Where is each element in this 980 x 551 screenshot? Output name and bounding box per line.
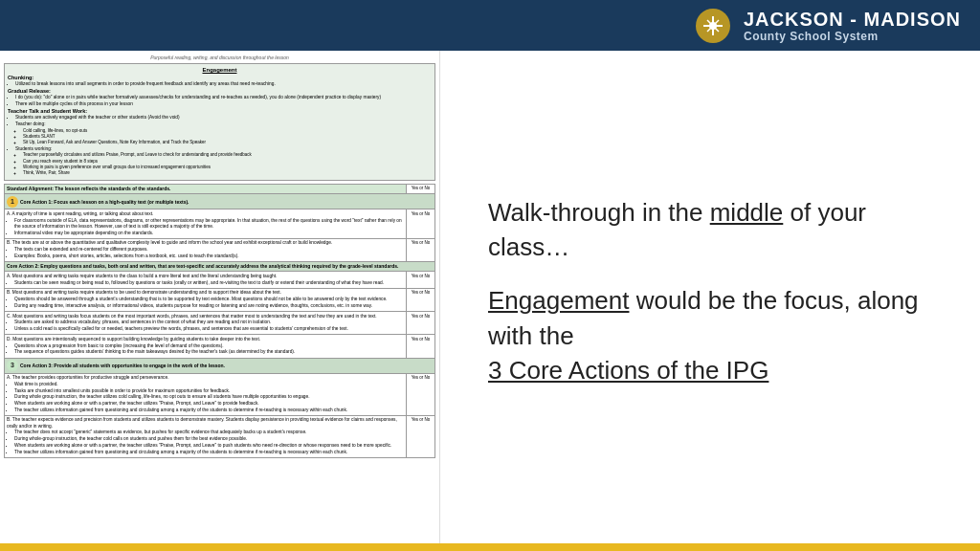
tt-sub-6: Working in pairs is given preference ove… — [23, 165, 432, 170]
engagement-box: Engagement Chunking: Utilized to break l… — [4, 63, 435, 181]
ca3-b-sub2: During whole-group instruction, the teac… — [14, 436, 404, 442]
ca1-b-sub1: The texts can be extended and re-centere… — [14, 247, 404, 253]
right-line1: Walk-through in the middle of your class… — [488, 195, 932, 265]
doc-title: Purposeful reading, writing, and discuss… — [4, 55, 435, 60]
tt-sub-5: Can you reach every student in 8 steps — [23, 159, 432, 165]
left-document-panel[interactable]: Purposeful reading, writing, and discuss… — [0, 51, 440, 551]
ca3-a-sub2: Tasks are chunked into smallest units po… — [14, 388, 404, 394]
tt-sub-4: Teacher purposefully circulates and util… — [23, 152, 432, 158]
std-alignment-label: Standard Alignment: The lesson reflects … — [5, 184, 407, 194]
engagement-underline: Engagement — [488, 286, 629, 315]
ca2-a-sub1: Students can be seen reading or being re… — [14, 280, 404, 286]
teacher-talk-header: Teacher Talk and Student Work: — [8, 108, 432, 114]
ca3-a-sub5: The teacher utilizes information gained … — [14, 408, 404, 413]
gradual-release-list: I do (you do): "do" alone or in pairs wh… — [8, 95, 432, 107]
tt-sub-1: Cold calling, life-lines, no opt-outs — [23, 128, 432, 134]
ca3-b-sub1: The teacher does not accept "generic" st… — [14, 430, 404, 435]
middle-underline: middle — [710, 198, 784, 227]
tt-sub-3: Sit Up, Lean Forward, Ask and Answer Que… — [23, 140, 432, 145]
engagement-title: Engagement — [8, 67, 432, 73]
core-action-2-header: Core Action 2: Employ questions and task… — [5, 261, 435, 272]
chunking-header: Chunking: — [8, 75, 432, 80]
ca2-item-b: B. Most questions and writing tasks requ… — [5, 288, 407, 311]
right-panel: Walk-through in the middle of your class… — [440, 51, 980, 551]
ca2-c-sub1: Students are asked to address vocabulary… — [14, 320, 404, 325]
core-actions-underline: 3 Core Actions of the IPG — [488, 356, 768, 385]
ca3-b-sub3: When students are working alone or with … — [14, 443, 404, 449]
ca1-item-a: A. A majority of time is spent reading, … — [5, 209, 407, 238]
ca2-b-yes-no: Yes or No — [407, 288, 435, 311]
ca2-b-sub2: During any reading time, interactive ana… — [14, 303, 404, 309]
ca3-item-a: A. The teacher provides opportunities fo… — [5, 373, 407, 415]
main-content: Purposeful reading, writing, and discuss… — [0, 51, 980, 551]
ca2-item-a: A. Most questions and writing tasks requ… — [5, 272, 407, 288]
ca1-b-sub2: Examples: Books, poems, short stories, a… — [14, 253, 404, 259]
gradual-release-header: Gradual Release: — [8, 88, 432, 94]
ca3-item-b: B. The teacher expects evidence and prec… — [5, 415, 407, 457]
header-subtitle: County School System — [744, 30, 961, 43]
header-text: JACKSON - MADISON County School System — [744, 9, 961, 43]
ca2-b-sub1: Questions should be answered through a s… — [14, 297, 404, 302]
standards-table: Standard Alignment: The lesson reflects … — [4, 184, 435, 458]
tt-item-1: Students are actively engaged with the t… — [15, 115, 432, 121]
ca3-a-sub3: During whole group instruction, the teac… — [14, 394, 404, 400]
tt-sub-7: Think, Write, Pair, Share — [23, 170, 432, 176]
ca2-item-d: D. Most questions are intentionally sequ… — [5, 335, 407, 358]
yes-no-header: Yes or No — [407, 184, 435, 194]
ca1-b-yes-no: Yes or No — [407, 238, 435, 261]
gr-item-2: There will be multiple cycles of this pr… — [15, 101, 432, 107]
tt-item-3: Students working: Teacher purposefully c… — [15, 146, 432, 177]
ca2-item-c: C. Most questions and writing tasks focu… — [5, 312, 407, 335]
core-action-3-header: 3Core Action 3: Provide all students wit… — [5, 358, 435, 373]
ca1-a-sub1: For classrooms outside of ELA, data repr… — [14, 218, 404, 230]
ca3-a-sub4: When students are working alone or with … — [14, 401, 404, 407]
right-line2: Engagement would be the focus, along wit… — [488, 283, 932, 387]
num-3-badge: 3 — [7, 360, 18, 371]
ca3-b-yes-no: Yes or No — [407, 415, 435, 457]
bottom-gold-bar — [0, 543, 980, 551]
ca2-d-sub1: Questions show a progression from basic … — [14, 343, 404, 349]
ca2-c-sub2: Unless a cold read is specifically calle… — [14, 326, 404, 332]
teacher-talk-list: Students are actively engaged with the t… — [8, 115, 432, 176]
ca3-a-yes-no: Yes or No — [407, 373, 435, 415]
ca1-a-sub2: Informational video may be appropriate d… — [14, 231, 404, 236]
ca2-a-yes-no: Yes or No — [407, 272, 435, 288]
header: JACKSON - MADISON County School System — [0, 0, 980, 51]
ca1-yes-no: Yes or No — [407, 209, 435, 238]
ca2-d-yes-no: Yes or No — [407, 335, 435, 358]
num-1-badge: 1 — [7, 196, 18, 208]
ca3-b-sub4: The teacher utilizes information gained … — [14, 450, 404, 455]
header-title: JACKSON - MADISON — [744, 9, 961, 30]
tt-sub-2: Students SLANT — [23, 134, 432, 140]
ca2-c-yes-no: Yes or No — [407, 312, 435, 335]
chunking-item: Utilized to break lessons into small seg… — [15, 81, 432, 87]
chunking-list: Utilized to break lessons into small seg… — [8, 81, 432, 87]
ca2-d-sub2: The sequence of questions guides student… — [14, 349, 404, 355]
logo-area: JACKSON - MADISON County School System — [694, 7, 961, 45]
tt-item-2: Teacher doing: Cold calling, life-lines,… — [15, 121, 432, 145]
core-action-1-header: 1Core Action 1: Focus each lesson on a h… — [5, 194, 435, 209]
ca1-item-b: B. The texts are at or above the quantit… — [5, 238, 407, 261]
ca3-a-sub1: Wait time is provided. — [14, 382, 404, 387]
gr-item-1: I do (you do): "do" alone or in pairs wh… — [15, 95, 432, 100]
jmcss-logo-icon — [694, 7, 732, 45]
